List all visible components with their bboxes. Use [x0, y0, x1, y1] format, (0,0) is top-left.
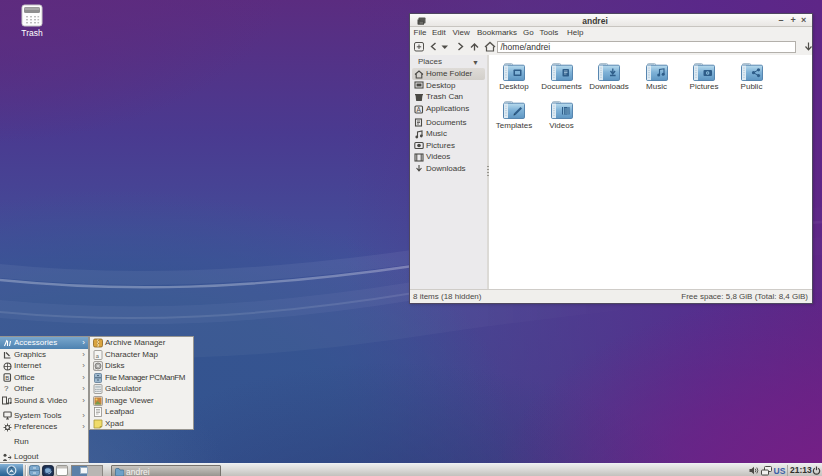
svg-text:A: A [417, 106, 422, 113]
svg-text:B: B [5, 375, 9, 381]
